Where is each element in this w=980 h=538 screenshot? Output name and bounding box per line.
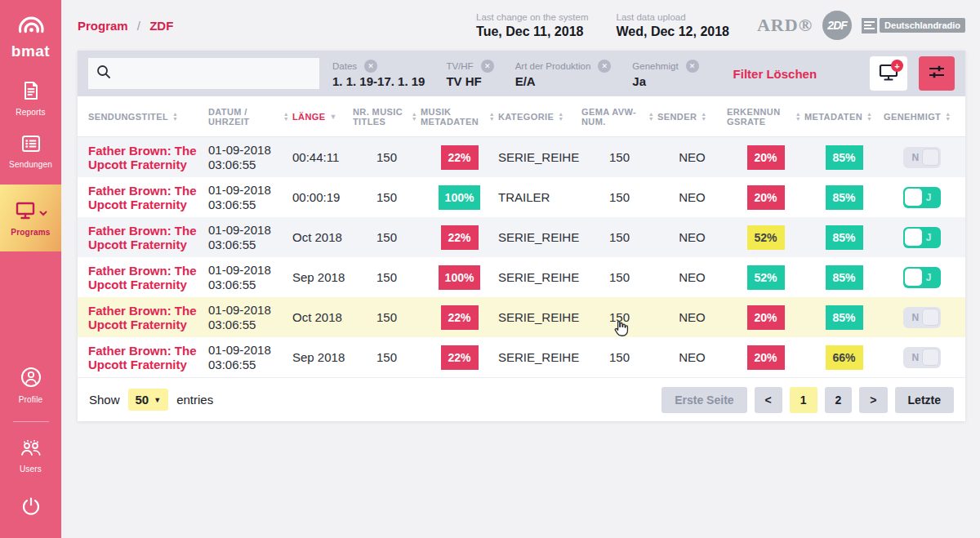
- program-title-link[interactable]: Father Brown: The Upcott Fraternity: [88, 184, 197, 211]
- column-header[interactable]: LÄNGE▼: [292, 112, 353, 122]
- pagination-last-button[interactable]: Letzte: [895, 387, 954, 413]
- column-header[interactable]: MUSIK METADATEN▲▼: [421, 107, 498, 127]
- toggle-letter: N: [912, 152, 920, 163]
- column-header[interactable]: KATEGORIE▲▼: [498, 112, 581, 122]
- genehmigt-cell: N: [884, 307, 960, 328]
- sendungstitel-cell: Father Brown: The Upcott Fraternity: [88, 184, 208, 211]
- sort-icon[interactable]: ▼: [330, 113, 337, 121]
- pagination-page-2-button[interactable]: 2: [825, 387, 853, 413]
- program-title-link[interactable]: Father Brown: The Upcott Fraternity: [88, 224, 197, 251]
- sort-icon[interactable]: ▲▼: [795, 112, 801, 121]
- sort-icon[interactable]: ▲▼: [489, 112, 495, 121]
- metadaten-cell: 85%: [804, 265, 884, 290]
- bmat-logo-text: bmat: [11, 42, 50, 60]
- sort-icon[interactable]: ▲▼: [945, 112, 951, 121]
- column-header[interactable]: SENDUNGSTITEL▲▼: [88, 112, 208, 122]
- genehmigt-toggle[interactable]: J: [903, 187, 941, 208]
- sendungstitel-cell: Father Brown: The Upcott Fraternity: [88, 344, 208, 371]
- sort-icon[interactable]: ▲▼: [283, 112, 289, 121]
- logout-button[interactable]: [0, 482, 61, 538]
- erkennungsrate-cell: 20%: [727, 185, 804, 210]
- add-program-button[interactable]: +: [870, 56, 907, 91]
- gema-avw-num-cell: 150: [581, 350, 657, 364]
- toggle-knob: [922, 149, 939, 166]
- genehmigt-toggle[interactable]: N: [903, 307, 941, 328]
- pagination-page-1-button[interactable]: 1: [790, 387, 817, 413]
- column-header[interactable]: METADATEN▲▼: [804, 112, 884, 122]
- column-header[interactable]: SENDER▲▼: [657, 112, 727, 122]
- program-title-link[interactable]: Father Brown: The Upcott Fraternity: [88, 304, 197, 331]
- genehmigt-toggle[interactable]: N: [903, 147, 941, 168]
- sidebar-item-users[interactable]: Users: [0, 430, 61, 482]
- last-change-value: Tue, Dec 11, 2018: [476, 24, 588, 39]
- column-header[interactable]: GEMA AVW-NUM.▲▼: [581, 107, 657, 127]
- datum-uhrzeit-cell: 01-09-201803:06:55: [208, 223, 292, 252]
- page-size-value: 50: [136, 393, 149, 407]
- filter-chip-value: Ja: [632, 74, 698, 88]
- page-size-select[interactable]: 50 ▼: [128, 389, 169, 411]
- pagination-prev-button[interactable]: <: [755, 387, 782, 413]
- column-header[interactable]: ERKENNUN GSRATE▲▼: [727, 107, 804, 127]
- sort-icon[interactable]: ▲▼: [412, 112, 417, 121]
- erkennungsrate-cell: 20%: [727, 345, 804, 370]
- program-title-link[interactable]: Father Brown: The Upcott Fraternity: [88, 144, 197, 171]
- program-title-link[interactable]: Father Brown: The Upcott Fraternity: [88, 264, 197, 291]
- sidebar-item-sendungen[interactable]: Sendungen: [0, 126, 61, 178]
- sidebar-item-programs[interactable]: Programs: [0, 185, 61, 251]
- time-value: 03:06:55: [208, 278, 292, 292]
- column-header[interactable]: DATUM / UHRZEIT▲▼: [208, 107, 292, 127]
- filter-settings-button[interactable]: [919, 56, 955, 91]
- nr-music-titles-cell: 150: [353, 230, 421, 244]
- sidebar-item-reports[interactable]: Reports: [0, 72, 61, 126]
- broadcaster-logos: ARD® 2DF Deutschlandradio: [757, 11, 965, 40]
- sort-icon[interactable]: ▲▼: [866, 112, 872, 121]
- users-icon: [20, 439, 42, 460]
- datum-uhrzeit-cell: 01-09-201803:06:55: [208, 143, 292, 172]
- deutschlandradio-logo: Deutschlandradio: [862, 18, 965, 33]
- bmat-logo[interactable]: bmat: [11, 0, 50, 72]
- laenge-cell: Sep 2018: [292, 350, 353, 364]
- close-icon[interactable]: ✕: [598, 60, 611, 73]
- genehmigt-toggle[interactable]: J: [903, 227, 941, 248]
- close-icon[interactable]: ✕: [364, 60, 377, 73]
- breadcrumb-program-link[interactable]: Program: [78, 19, 128, 33]
- time-value: 03:06:55: [208, 318, 292, 332]
- sort-icon[interactable]: ▲▼: [172, 112, 178, 121]
- sidebar-item-profile[interactable]: Profile: [0, 358, 61, 413]
- bmat-spiral-icon: [12, 8, 50, 44]
- program-title-link[interactable]: Father Brown: The Upcott Fraternity: [88, 344, 197, 371]
- erkennungsrate-badge: 52%: [747, 225, 785, 250]
- close-icon[interactable]: ✕: [481, 60, 494, 73]
- gema-avw-num-cell: 150: [581, 230, 657, 244]
- nr-music-titles-cell: 150: [353, 350, 421, 364]
- genehmigt-cell: N: [884, 347, 960, 368]
- deutschlandradio-logo-text: Deutschlandradio: [880, 18, 965, 33]
- sort-icon[interactable]: ▲▼: [648, 112, 654, 121]
- column-header[interactable]: NR. MUSIC TITLES▲▼: [353, 107, 421, 127]
- toggle-knob: [922, 349, 939, 366]
- sort-icon[interactable]: ▲▼: [558, 112, 564, 121]
- metadaten-badge: 85%: [826, 145, 863, 170]
- sidebar-item-label: Reports: [16, 108, 45, 117]
- date-value: 01-09-2018: [208, 183, 292, 198]
- pagination-first-button[interactable]: Erste Seite: [662, 387, 746, 413]
- gema-avw-num-cell: 150: [581, 190, 657, 204]
- metadaten-cell: 85%: [804, 145, 884, 170]
- close-icon[interactable]: ✕: [686, 60, 699, 73]
- last-upload-label: Last data upload: [617, 12, 729, 22]
- metadaten-badge: 85%: [826, 305, 863, 330]
- column-header[interactable]: GENEHMIGT▲▼: [884, 112, 960, 122]
- pagination-next-button[interactable]: >: [859, 387, 887, 413]
- toggle-letter: J: [926, 272, 932, 283]
- musik-metadaten-cell: 100%: [421, 265, 498, 290]
- clear-filters-link[interactable]: Filter Löschen: [733, 67, 817, 81]
- table-row: Father Brown: The Upcott Fraternity01-09…: [78, 217, 965, 257]
- sort-icon[interactable]: ▲▼: [701, 112, 706, 121]
- genehmigt-toggle[interactable]: N: [903, 347, 941, 368]
- genehmigt-toggle[interactable]: J: [903, 267, 941, 288]
- kategorie-cell: TRAILER: [498, 190, 581, 204]
- musik-metadaten-badge: 22%: [441, 225, 479, 250]
- filter-chip-tvhf: TV/HF ✕ TV HF: [446, 60, 493, 88]
- kategorie-cell: SERIE_REIHE: [498, 350, 581, 364]
- search-input[interactable]: [118, 67, 311, 80]
